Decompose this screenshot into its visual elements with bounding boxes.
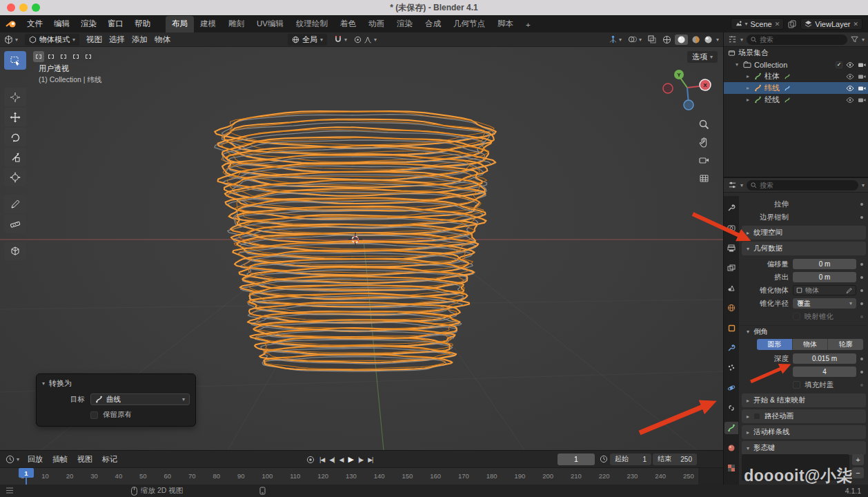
transform-orientation-dropdown[interactable]: 全局 ▾ bbox=[288, 34, 327, 46]
collection-checkbox[interactable]: ✓ bbox=[836, 61, 842, 68]
camera-view-button[interactable] bbox=[696, 152, 712, 168]
select-mode-invert[interactable] bbox=[70, 51, 81, 62]
navigation-gizmo[interactable]: Y X bbox=[660, 65, 715, 115]
filter-icon[interactable] bbox=[851, 36, 858, 43]
hide-in-viewport-icon[interactable] bbox=[846, 97, 854, 103]
menu-view[interactable]: 视图 bbox=[77, 454, 92, 465]
taper-radius-dropdown[interactable]: 覆盖 ▾ bbox=[793, 298, 856, 309]
animate-dot-icon[interactable] bbox=[860, 371, 863, 373]
properties-editor-icon[interactable] bbox=[728, 181, 737, 189]
clamp-row[interactable]: 边界钳制 bbox=[740, 211, 867, 224]
menu-select[interactable]: 选择 bbox=[109, 35, 125, 45]
tab-modifiers[interactable] bbox=[724, 342, 738, 354]
tab-geometry-nodes[interactable]: 几何节点 bbox=[447, 16, 491, 32]
auto-keyframe-record-icon[interactable] bbox=[306, 456, 315, 464]
tab-view-layer[interactable] bbox=[724, 262, 738, 274]
proportional-edit-toggle[interactable]: ▾ bbox=[354, 36, 377, 43]
play-reverse-button[interactable]: ◀ bbox=[339, 456, 344, 463]
expand-icon[interactable]: ▸ bbox=[744, 97, 751, 103]
toggle-ortho-grid-button[interactable] bbox=[696, 170, 712, 186]
expand-icon[interactable]: ▸ bbox=[744, 73, 751, 79]
blender-logo-icon[interactable] bbox=[6, 20, 17, 28]
fill-caps-checkbox[interactable] bbox=[793, 381, 800, 389]
new-scene-icon[interactable] bbox=[788, 20, 796, 28]
hide-in-viewport-icon[interactable] bbox=[846, 62, 854, 68]
timeline-ruler[interactable]: 1102030405060708090100110120130140150160… bbox=[0, 467, 723, 485]
path-animation-checkbox[interactable] bbox=[753, 413, 760, 420]
disable-in-render-icon[interactable] bbox=[858, 61, 866, 68]
select-mode-subtract[interactable] bbox=[58, 51, 69, 62]
next-keyframe-button[interactable]: |▶ bbox=[358, 456, 363, 463]
object-row-weft-selected[interactable]: ▸ 纬线 bbox=[724, 82, 868, 94]
menu-file[interactable]: 文件 bbox=[21, 17, 48, 30]
use-preview-range-icon[interactable] bbox=[600, 455, 608, 463]
zoom-view-button[interactable] bbox=[696, 116, 712, 133]
editor-type-button[interactable]: ▾ bbox=[4, 35, 18, 44]
tab-constraints[interactable] bbox=[724, 402, 738, 414]
tab-physics[interactable] bbox=[724, 382, 738, 394]
animate-dot-icon[interactable] bbox=[860, 302, 863, 305]
menu-window[interactable]: 窗口 bbox=[102, 17, 129, 30]
add-workspace-button[interactable]: + bbox=[520, 18, 537, 32]
jump-to-start-button[interactable]: |◀ bbox=[319, 456, 324, 463]
properties-search[interactable] bbox=[747, 180, 858, 191]
menu-object[interactable]: 物体 bbox=[155, 35, 170, 45]
bevel-subpanel-header[interactable]: ▾ 倒角 bbox=[740, 325, 867, 338]
outliner-search-input[interactable] bbox=[760, 36, 808, 43]
prev-keyframe-button[interactable]: ◀| bbox=[329, 456, 334, 463]
properties-search-input[interactable] bbox=[760, 182, 808, 189]
material-shading-icon[interactable] bbox=[691, 35, 700, 44]
scene-selector[interactable]: ▾ Scene ✕ bbox=[731, 18, 785, 30]
tab-object[interactable] bbox=[724, 322, 738, 334]
animate-dot-icon[interactable] bbox=[860, 358, 863, 360]
current-frame-field[interactable]: 1 bbox=[558, 454, 595, 465]
menu-edit[interactable]: 编辑 bbox=[48, 17, 75, 30]
minimize-window-icon[interactable] bbox=[19, 3, 28, 12]
animate-dot-icon[interactable] bbox=[860, 289, 863, 292]
remove-viewlayer-icon[interactable]: ✕ bbox=[853, 21, 858, 28]
tab-render[interactable] bbox=[724, 222, 738, 234]
bevel-resolution-field[interactable]: 4 bbox=[793, 367, 856, 377]
show-gizmo-toggle[interactable]: ▾ bbox=[609, 35, 622, 44]
editor-corner-icon[interactable] bbox=[6, 487, 14, 494]
tool-annotate[interactable] bbox=[4, 195, 26, 213]
remove-shape-key-button[interactable]: − bbox=[852, 467, 864, 478]
tool-move[interactable] bbox=[4, 108, 26, 126]
menu-playback[interactable]: 回放 bbox=[28, 454, 43, 465]
axis-x-negative[interactable] bbox=[663, 84, 673, 93]
xray-toggle-icon[interactable] bbox=[648, 35, 656, 43]
menu-help[interactable]: 帮助 bbox=[129, 17, 156, 30]
menu-marker[interactable]: 标记 bbox=[102, 454, 117, 465]
animate-dot-icon[interactable] bbox=[860, 203, 863, 206]
playhead[interactable]: 1 bbox=[19, 468, 34, 478]
path-animation-panel-header[interactable]: ▸ 路径动画 bbox=[742, 409, 866, 423]
frame-start-field[interactable]: 起始 1 bbox=[610, 454, 651, 465]
axis-z-negative[interactable] bbox=[684, 100, 693, 110]
menu-view[interactable]: 视图 bbox=[86, 35, 102, 45]
collection-row[interactable]: ▾ Collection ✓ bbox=[724, 59, 868, 70]
chevron-down-icon[interactable]: ▾ bbox=[42, 380, 45, 387]
select-mode-intersect[interactable] bbox=[83, 51, 94, 62]
start-end-panel-header[interactable]: ▸ 开始 & 结束映射 bbox=[742, 393, 866, 407]
tool-rotate[interactable] bbox=[4, 128, 26, 146]
tool-add-cube[interactable] bbox=[4, 242, 26, 260]
menu-add[interactable]: 添加 bbox=[132, 35, 148, 45]
tab-object-data-curve[interactable] bbox=[724, 422, 738, 434]
taper-object-field[interactable]: 物体 bbox=[793, 285, 856, 295]
tab-sculpting[interactable]: 雕刻 bbox=[222, 16, 250, 32]
bevel-type-profile[interactable]: 轮廓 bbox=[828, 339, 863, 350]
tool-scale[interactable] bbox=[4, 148, 26, 166]
tool-transform[interactable] bbox=[4, 168, 26, 186]
rendered-shading-icon[interactable] bbox=[704, 35, 713, 44]
map-taper-checkbox[interactable] bbox=[793, 313, 800, 320]
curve-object-weft-lines[interactable] bbox=[204, 107, 521, 397]
timeline-editor-type-button[interactable]: ▾ bbox=[6, 455, 19, 464]
animate-dot-icon[interactable] bbox=[860, 216, 863, 219]
outliner-search[interactable] bbox=[747, 35, 847, 45]
play-button[interactable]: ▶ bbox=[348, 455, 353, 464]
tab-modeling[interactable]: 建模 bbox=[194, 16, 222, 32]
extrude-field[interactable]: 0 m bbox=[793, 272, 856, 282]
expand-icon[interactable]: ▾ bbox=[733, 61, 740, 68]
object-row-cylinder[interactable]: ▸ 柱体 bbox=[724, 70, 868, 82]
select-mode-new[interactable] bbox=[33, 51, 44, 62]
